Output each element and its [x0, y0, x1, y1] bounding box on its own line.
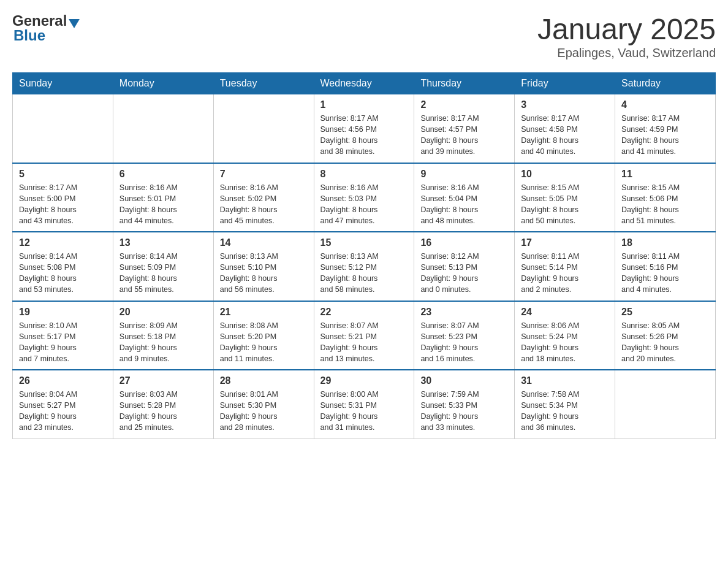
- day-info: Sunrise: 7:58 AM Sunset: 5:34 PM Dayligh…: [521, 389, 609, 434]
- day-info: Sunrise: 8:12 AM Sunset: 5:13 PM Dayligh…: [420, 251, 508, 296]
- calendar-day-cell: 15Sunrise: 8:13 AM Sunset: 5:12 PM Dayli…: [314, 232, 414, 301]
- day-info: Sunrise: 8:17 AM Sunset: 4:58 PM Dayligh…: [521, 113, 609, 158]
- calendar-day-cell: 11Sunrise: 8:15 AM Sunset: 5:06 PM Dayli…: [615, 163, 716, 232]
- calendar-day-cell: 31Sunrise: 7:58 AM Sunset: 5:34 PM Dayli…: [515, 370, 615, 439]
- day-info: Sunrise: 7:59 AM Sunset: 5:33 PM Dayligh…: [420, 389, 508, 434]
- day-of-week-header: Thursday: [414, 73, 515, 94]
- calendar-location: Epalinges, Vaud, Switzerland: [537, 46, 716, 60]
- day-info: Sunrise: 8:17 AM Sunset: 4:57 PM Dayligh…: [420, 113, 508, 158]
- day-number: 4: [621, 99, 709, 110]
- day-info: Sunrise: 8:13 AM Sunset: 5:12 PM Dayligh…: [320, 251, 408, 296]
- calendar-week-row: 1Sunrise: 8:17 AM Sunset: 4:56 PM Daylig…: [13, 94, 716, 163]
- calendar-week-row: 5Sunrise: 8:17 AM Sunset: 5:00 PM Daylig…: [13, 163, 716, 232]
- day-info: Sunrise: 8:17 AM Sunset: 4:59 PM Dayligh…: [621, 113, 709, 158]
- day-number: 17: [521, 237, 609, 248]
- calendar-day-cell: 13Sunrise: 8:14 AM Sunset: 5:09 PM Dayli…: [113, 232, 213, 301]
- day-of-week-header: Sunday: [13, 73, 113, 94]
- day-number: 28: [220, 375, 308, 386]
- calendar-day-cell: 27Sunrise: 8:03 AM Sunset: 5:28 PM Dayli…: [113, 370, 213, 439]
- calendar-day-cell: 12Sunrise: 8:14 AM Sunset: 5:08 PM Dayli…: [13, 232, 113, 301]
- calendar-day-cell: 22Sunrise: 8:07 AM Sunset: 5:21 PM Dayli…: [314, 301, 414, 370]
- logo-triangle-icon: [69, 19, 80, 28]
- calendar-title: January 2025: [537, 12, 716, 46]
- day-number: 6: [119, 169, 207, 180]
- calendar-day-cell: 6Sunrise: 8:16 AM Sunset: 5:01 PM Daylig…: [113, 163, 213, 232]
- day-number: 19: [19, 307, 107, 318]
- calendar-day-cell: 18Sunrise: 8:11 AM Sunset: 5:16 PM Dayli…: [615, 232, 716, 301]
- day-number: 13: [119, 237, 207, 248]
- calendar-day-cell: [13, 94, 113, 163]
- day-number: 27: [119, 375, 207, 386]
- day-number: 1: [320, 99, 408, 110]
- calendar-day-cell: 9Sunrise: 8:16 AM Sunset: 5:04 PM Daylig…: [414, 163, 515, 232]
- day-info: Sunrise: 8:16 AM Sunset: 5:04 PM Dayligh…: [420, 182, 508, 227]
- day-info: Sunrise: 8:16 AM Sunset: 5:03 PM Dayligh…: [320, 182, 408, 227]
- day-number: 12: [19, 237, 107, 248]
- day-number: 14: [220, 237, 308, 248]
- calendar-day-cell: [615, 370, 716, 439]
- day-info: Sunrise: 8:01 AM Sunset: 5:30 PM Dayligh…: [220, 389, 308, 434]
- day-number: 7: [220, 169, 308, 180]
- page-header: General Blue January 2025 Epalinges, Vau…: [12, 12, 716, 60]
- day-info: Sunrise: 8:08 AM Sunset: 5:20 PM Dayligh…: [220, 320, 308, 365]
- day-info: Sunrise: 8:04 AM Sunset: 5:27 PM Dayligh…: [19, 389, 107, 434]
- calendar-day-cell: 16Sunrise: 8:12 AM Sunset: 5:13 PM Dayli…: [414, 232, 515, 301]
- day-number: 24: [521, 307, 609, 318]
- title-block: January 2025 Epalinges, Vaud, Switzerlan…: [537, 12, 716, 60]
- day-of-week-header: Saturday: [615, 73, 716, 94]
- day-number: 8: [320, 169, 408, 180]
- calendar-day-cell: 14Sunrise: 8:13 AM Sunset: 5:10 PM Dayli…: [213, 232, 314, 301]
- day-number: 16: [420, 237, 508, 248]
- day-number: 30: [420, 375, 508, 386]
- day-number: 11: [621, 169, 709, 180]
- day-number: 25: [621, 307, 709, 318]
- day-info: Sunrise: 8:16 AM Sunset: 5:02 PM Dayligh…: [220, 182, 308, 227]
- logo: General Blue: [12, 12, 80, 44]
- day-info: Sunrise: 8:15 AM Sunset: 5:06 PM Dayligh…: [621, 182, 709, 227]
- day-number: 9: [420, 169, 508, 180]
- day-info: Sunrise: 8:16 AM Sunset: 5:01 PM Dayligh…: [119, 182, 207, 227]
- calendar-day-cell: 21Sunrise: 8:08 AM Sunset: 5:20 PM Dayli…: [213, 301, 314, 370]
- day-number: 2: [420, 99, 508, 110]
- calendar-week-row: 26Sunrise: 8:04 AM Sunset: 5:27 PM Dayli…: [13, 370, 716, 439]
- day-info: Sunrise: 8:17 AM Sunset: 4:56 PM Dayligh…: [320, 113, 408, 158]
- day-number: 31: [521, 375, 609, 386]
- calendar-day-cell: [213, 94, 314, 163]
- calendar-day-cell: 5Sunrise: 8:17 AM Sunset: 5:00 PM Daylig…: [13, 163, 113, 232]
- calendar-day-cell: 24Sunrise: 8:06 AM Sunset: 5:24 PM Dayli…: [515, 301, 615, 370]
- calendar-day-cell: 3Sunrise: 8:17 AM Sunset: 4:58 PM Daylig…: [515, 94, 615, 163]
- day-of-week-header: Friday: [515, 73, 615, 94]
- calendar-day-cell: 25Sunrise: 8:05 AM Sunset: 5:26 PM Dayli…: [615, 301, 716, 370]
- day-info: Sunrise: 8:14 AM Sunset: 5:09 PM Dayligh…: [119, 251, 207, 296]
- calendar-day-cell: 17Sunrise: 8:11 AM Sunset: 5:14 PM Dayli…: [515, 232, 615, 301]
- day-info: Sunrise: 8:07 AM Sunset: 5:23 PM Dayligh…: [420, 320, 508, 365]
- day-number: 20: [119, 307, 207, 318]
- calendar-day-cell: [113, 94, 213, 163]
- day-info: Sunrise: 8:05 AM Sunset: 5:26 PM Dayligh…: [621, 320, 709, 365]
- calendar-table: SundayMondayTuesdayWednesdayThursdayFrid…: [12, 72, 716, 439]
- day-info: Sunrise: 8:15 AM Sunset: 5:05 PM Dayligh…: [521, 182, 609, 227]
- calendar-day-cell: 8Sunrise: 8:16 AM Sunset: 5:03 PM Daylig…: [314, 163, 414, 232]
- calendar-day-cell: 29Sunrise: 8:00 AM Sunset: 5:31 PM Dayli…: [314, 370, 414, 439]
- logo-blue-text: Blue: [13, 27, 80, 44]
- calendar-day-cell: 2Sunrise: 8:17 AM Sunset: 4:57 PM Daylig…: [414, 94, 515, 163]
- day-of-week-header: Wednesday: [314, 73, 414, 94]
- calendar-day-cell: 23Sunrise: 8:07 AM Sunset: 5:23 PM Dayli…: [414, 301, 515, 370]
- calendar-day-cell: 30Sunrise: 7:59 AM Sunset: 5:33 PM Dayli…: [414, 370, 515, 439]
- calendar-week-row: 19Sunrise: 8:10 AM Sunset: 5:17 PM Dayli…: [13, 301, 716, 370]
- day-number: 10: [521, 169, 609, 180]
- day-number: 23: [420, 307, 508, 318]
- day-info: Sunrise: 8:11 AM Sunset: 5:14 PM Dayligh…: [521, 251, 609, 296]
- calendar-day-cell: 4Sunrise: 8:17 AM Sunset: 4:59 PM Daylig…: [615, 94, 716, 163]
- day-info: Sunrise: 8:11 AM Sunset: 5:16 PM Dayligh…: [621, 251, 709, 296]
- calendar-header-row: SundayMondayTuesdayWednesdayThursdayFrid…: [13, 73, 716, 94]
- day-of-week-header: Tuesday: [213, 73, 314, 94]
- day-number: 5: [19, 169, 107, 180]
- day-info: Sunrise: 8:13 AM Sunset: 5:10 PM Dayligh…: [220, 251, 308, 296]
- day-number: 26: [19, 375, 107, 386]
- day-number: 29: [320, 375, 408, 386]
- day-info: Sunrise: 8:17 AM Sunset: 5:00 PM Dayligh…: [19, 182, 107, 227]
- calendar-day-cell: 20Sunrise: 8:09 AM Sunset: 5:18 PM Dayli…: [113, 301, 213, 370]
- day-number: 3: [521, 99, 609, 110]
- day-info: Sunrise: 8:03 AM Sunset: 5:28 PM Dayligh…: [119, 389, 207, 434]
